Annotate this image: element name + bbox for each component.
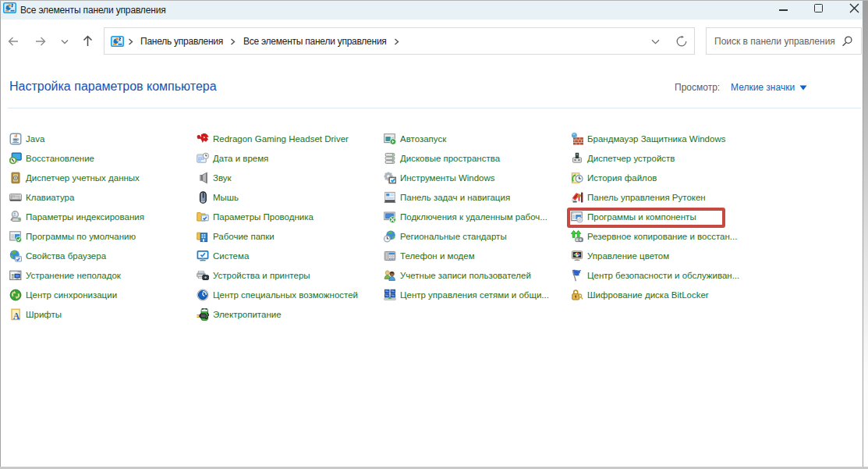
svg-text:A: A	[13, 311, 20, 321]
